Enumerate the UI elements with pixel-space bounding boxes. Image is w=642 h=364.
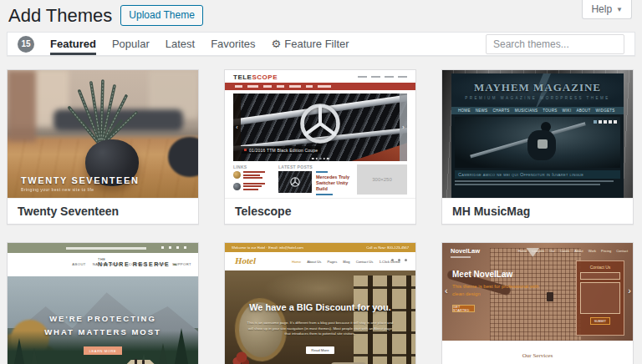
musicmag-page: MAYHEM MAGAZINE PREMIUM MAGAZINE WORDPRE… — [451, 73, 624, 198]
theme-name-label[interactable]: Twenty Seventeen — [8, 198, 198, 224]
red-nav-bar — [225, 83, 415, 90]
slider-prev-arrow[interactable]: ‹ — [233, 94, 241, 161]
tab-favorites[interactable]: Favorites — [211, 33, 255, 55]
page-title: Add Themes — [8, 7, 112, 25]
preview-site-title: TWENTY SEVENTEEN — [21, 175, 140, 185]
search-wrap — [486, 34, 624, 54]
masthead: MAYHEM MAGAZINE PREMIUM MAGAZINE WORDPRE… — [451, 73, 624, 107]
topbar-text — [66, 247, 146, 250]
mercedes-star-icon — [296, 99, 344, 148]
avatar — [233, 171, 241, 179]
read-more-link[interactable] — [316, 194, 333, 195]
link-item — [233, 171, 272, 180]
submit-button[interactable]: SUBMIT — [590, 317, 610, 325]
musicmag-nav: HOME NEWS CHARTS MUSICIANS TOURS WIKI AB… — [451, 107, 624, 114]
pine-tree — [12, 338, 27, 364]
social-icons — [391, 259, 407, 261]
slide-caption: 01/2016 TTM Black Edition Coupe — [241, 146, 321, 154]
theme-preview-twenty-seventeen[interactable]: TWENTY SEVENTEEN Bringing your best new … — [8, 70, 198, 198]
gold-topbar: Welcome to our Hotel · Email: info@hotel… — [225, 243, 415, 252]
latest-heading: LATEST POSTS — [278, 164, 350, 169]
masthead-title: MAYHEM MAGAZINE — [451, 81, 624, 94]
theme-filter-bar: 15 Featured Popular Latest Favorites ⚙ F… — [7, 32, 635, 56]
topbar — [8, 243, 198, 253]
preview-site-tagline: Bringing your best new site to life — [21, 187, 94, 192]
novellaw-hero: NovelLaw Home Lawyers Our Cases About Wo… — [442, 243, 633, 341]
mountain-hero: WE'RE PROTECTING WHAT MATTERS MOST LEARN… — [8, 276, 198, 364]
wall — [8, 70, 36, 142]
post-title[interactable]: Mercedes Truly Switcher Unity Build — [316, 174, 350, 192]
theme-preview-hotel[interactable]: Welcome to our Hotel · Email: info@hotel… — [225, 243, 415, 364]
theme-count-badge: 15 — [18, 36, 34, 53]
hero-title: Meet NovelLaw — [452, 270, 512, 279]
hotel-nav: Home About Us Pages Blog Contact Us 1-Cl… — [292, 260, 400, 264]
get-started-button[interactable]: GET STARTED — [452, 305, 475, 312]
caption-tag — [244, 149, 247, 151]
pine-tree — [28, 348, 40, 364]
social-icons — [161, 246, 186, 249]
theme-card-telescope[interactable]: TELESCOPE ‹ — [224, 69, 416, 225]
theme-card-hotel[interactable]: Welcome to our Hotel · Email: info@hotel… — [224, 242, 416, 364]
ad-placeholder: 300×250 — [357, 164, 407, 195]
theme-preview-nature-reserve[interactable]: THE NATURE RESERVE ❧ ABOUT NATURE NEWS C… — [8, 243, 198, 364]
tab-popular[interactable]: Popular — [112, 33, 150, 55]
hero-body: This is an awesome page. It's different … — [246, 321, 395, 338]
hero-title: WE'RE PROTECTING WHAT MATTERS MOST — [8, 312, 198, 339]
post-item: Mercedes Truly Switcher Unity Build — [278, 171, 350, 197]
phone — [547, 292, 553, 301]
novellaw-logo: NovelLaw — [451, 247, 480, 258]
read-more-button[interactable]: Read More — [306, 346, 334, 354]
search-input[interactable] — [486, 34, 624, 54]
theme-preview-telescope[interactable]: TELESCOPE ‹ — [225, 70, 415, 198]
help-tab[interactable]: Help ▼ — [582, 0, 632, 19]
contact-message-field[interactable] — [580, 282, 620, 314]
slider-dots[interactable] — [312, 158, 329, 160]
theme-card-nature-reserve[interactable]: THE NATURE RESERVE ❧ ABOUT NATURE NEWS C… — [7, 242, 199, 364]
links-column: LINKS — [233, 164, 272, 196]
carousel-prev-arrow[interactable]: ‹ — [445, 286, 448, 296]
admin-header: Add Themes Upload Theme — [0, 0, 642, 31]
novellaw-nav: Home Lawyers Our Cases About Work Pricin… — [518, 247, 628, 253]
services-section: Our Services — [442, 341, 633, 364]
top-links — [358, 76, 407, 78]
hiker — [135, 359, 137, 364]
pine-tree — [156, 343, 170, 364]
theme-preview-novellaw[interactable]: NovelLaw Home Lawyers Our Cases About Wo… — [442, 243, 633, 364]
services-heading: Our Services — [442, 352, 633, 359]
telescope-content: LINKS LATEST POSTS — [233, 164, 407, 196]
chevron-down-icon: ▼ — [616, 6, 623, 13]
tab-latest[interactable]: Latest — [166, 33, 195, 55]
avatar — [233, 183, 241, 190]
help-label: Help — [591, 3, 612, 15]
carousel-next-arrow[interactable]: › — [628, 286, 631, 296]
mercedes-star-icon — [289, 176, 301, 188]
topbar-left-text: Welcome to our Hotel · Email: info@hotel… — [232, 245, 303, 250]
link-item — [233, 183, 272, 192]
post-thumbnail — [278, 171, 312, 193]
theme-name-label[interactable]: MH MusicMag — [442, 198, 633, 224]
slider-next-arrow[interactable]: › — [400, 94, 407, 161]
learn-more-button[interactable]: LEARN MORE — [84, 346, 122, 355]
theme-card-novellaw[interactable]: NovelLaw Home Lawyers Our Cases About Wo… — [441, 242, 634, 364]
hero-title: We have a BIG Discount for you. — [225, 302, 415, 312]
post-headline[interactable]: Cambridge amico ne mei qui Offenditur in… — [455, 170, 620, 179]
theme-name-label[interactable]: Telescope — [225, 198, 415, 224]
upload-theme-button[interactable]: Upload Theme — [120, 5, 203, 26]
tab-featured[interactable]: Featured — [50, 33, 96, 55]
shirt-patch — [538, 139, 548, 149]
theme-card-mh-musicmag[interactable]: MAYHEM MAGAZINE PREMIUM MAGAZINE WORDPRE… — [441, 69, 634, 225]
theme-preview-mh-musicmag[interactable]: MAYHEM MAGAZINE PREMIUM MAGAZINE WORDPRE… — [442, 70, 633, 198]
gear-icon: ⚙ — [272, 38, 282, 49]
contact-form-title: Contact Us — [580, 265, 620, 270]
hotel-logo: Hotel — [235, 255, 256, 265]
image-slider: ‹ › 01/2016 TTM Black Edition Coupe — [233, 94, 407, 161]
category-link[interactable] — [316, 171, 328, 173]
theme-card-twenty-seventeen[interactable]: TWENTY SEVENTEEN Bringing your best new … — [7, 69, 199, 225]
contact-input[interactable] — [580, 272, 620, 280]
site-header: THE NATURE RESERVE ❧ ABOUT NATURE NEWS C… — [8, 253, 198, 276]
feature-filter-label: Feature Filter — [284, 38, 349, 50]
slider-pagination[interactable] — [594, 120, 617, 124]
feature-filter-button[interactable]: ⚙ Feature Filter — [272, 38, 349, 50]
logo-tagline — [451, 256, 471, 258]
links-heading: LINKS — [233, 164, 272, 169]
